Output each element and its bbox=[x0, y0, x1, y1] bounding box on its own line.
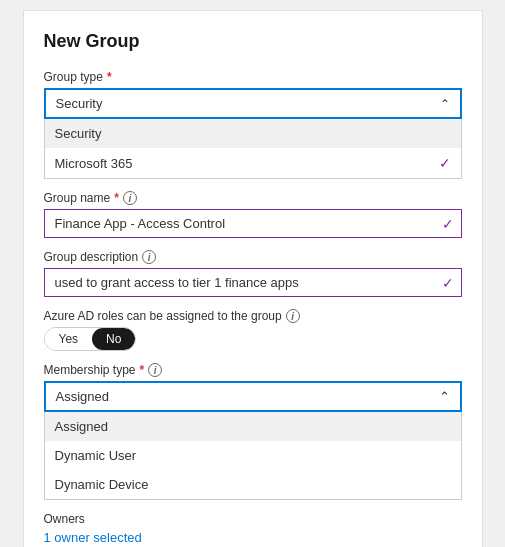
group-description-input[interactable] bbox=[44, 268, 462, 297]
group-description-check-icon: ✓ bbox=[442, 275, 454, 291]
group-type-section: Group type * Security ⌃ Security Microso… bbox=[44, 70, 462, 179]
group-name-input-wrapper: ✓ bbox=[44, 209, 462, 238]
group-description-info-icon[interactable]: i bbox=[142, 250, 156, 264]
group-name-check-icon: ✓ bbox=[442, 216, 454, 232]
chevron-up-icon: ⌃ bbox=[440, 97, 450, 111]
membership-type-required: * bbox=[140, 363, 145, 377]
membership-type-options: Assigned Dynamic User Dynamic Device bbox=[44, 412, 462, 500]
new-group-panel: New Group Group type * Security ⌃ Securi… bbox=[23, 10, 483, 547]
membership-type-info-icon[interactable]: i bbox=[148, 363, 162, 377]
membership-option-assigned[interactable]: Assigned bbox=[45, 412, 461, 441]
option-security-label: Security bbox=[55, 126, 102, 141]
group-type-required: * bbox=[107, 70, 112, 84]
option-assigned-label: Assigned bbox=[55, 419, 108, 434]
owners-label: Owners bbox=[44, 512, 462, 526]
group-description-label: Group description i bbox=[44, 250, 462, 264]
group-type-selected-value: Security bbox=[56, 96, 103, 111]
group-description-input-wrapper: ✓ bbox=[44, 268, 462, 297]
toggle-yes-button[interactable]: Yes bbox=[45, 328, 93, 350]
membership-option-dynamic-device[interactable]: Dynamic Device bbox=[45, 470, 461, 499]
group-type-option-security[interactable]: Security bbox=[45, 119, 461, 148]
azure-roles-toggle: Yes No bbox=[44, 327, 137, 351]
group-type-label: Group type * bbox=[44, 70, 462, 84]
option-dynamic-user-label: Dynamic User bbox=[55, 448, 137, 463]
membership-type-label: Membership type * i bbox=[44, 363, 462, 377]
group-name-label: Group name * i bbox=[44, 191, 462, 205]
option-m365-label: Microsoft 365 bbox=[55, 156, 133, 171]
group-type-option-m365[interactable]: Microsoft 365 ✓ bbox=[45, 148, 461, 178]
membership-option-dynamic-user[interactable]: Dynamic User bbox=[45, 441, 461, 470]
group-name-input[interactable] bbox=[44, 209, 462, 238]
toggle-no-button[interactable]: No bbox=[92, 328, 135, 350]
membership-type-dropdown[interactable]: Assigned ⌃ bbox=[44, 381, 462, 412]
group-name-info-icon[interactable]: i bbox=[123, 191, 137, 205]
group-name-required: * bbox=[114, 191, 119, 205]
membership-chevron-up-icon: ⌃ bbox=[439, 389, 450, 404]
azure-roles-section: Azure AD roles can be assigned to the gr… bbox=[44, 309, 462, 351]
azure-roles-label: Azure AD roles can be assigned to the gr… bbox=[44, 309, 462, 323]
page-title: New Group bbox=[44, 31, 462, 52]
azure-roles-info-icon[interactable]: i bbox=[286, 309, 300, 323]
group-name-section: Group name * i ✓ bbox=[44, 191, 462, 238]
group-type-dropdown[interactable]: Security ⌃ bbox=[44, 88, 462, 119]
check-icon: ✓ bbox=[439, 155, 451, 171]
owners-link[interactable]: 1 owner selected bbox=[44, 530, 142, 545]
option-dynamic-device-label: Dynamic Device bbox=[55, 477, 149, 492]
group-type-options: Security Microsoft 365 ✓ bbox=[44, 119, 462, 179]
membership-type-section: Membership type * i Assigned ⌃ Assigned … bbox=[44, 363, 462, 500]
group-description-section: Group description i ✓ bbox=[44, 250, 462, 297]
membership-type-selected: Assigned bbox=[56, 389, 109, 404]
owners-section: Owners 1 owner selected bbox=[44, 512, 462, 545]
